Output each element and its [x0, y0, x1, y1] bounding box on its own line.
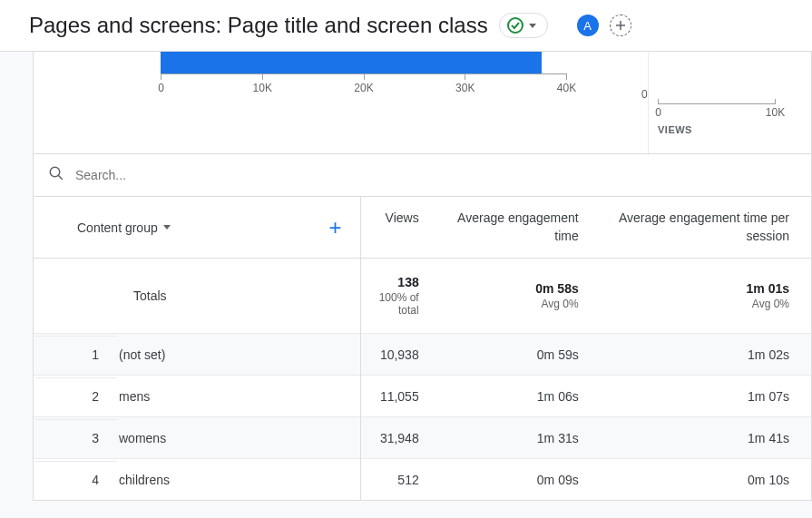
- row-value: 10,938: [360, 334, 441, 376]
- table-row[interactable]: 2mens 11,055 1m 06s 1m 07s: [34, 376, 811, 417]
- table-row[interactable]: 1(not set) 10,938 0m 59s 1m 02s: [34, 334, 811, 376]
- column-header[interactable]: Views: [360, 197, 441, 259]
- avatar[interactable]: A: [577, 15, 599, 36]
- totals-row: Totals 138100% of total 0m 58sAvg 0% 1m …: [34, 259, 811, 334]
- add-comparison-button[interactable]: [610, 15, 631, 36]
- dimension-label: Content group: [77, 220, 158, 235]
- chevron-down-icon: [529, 24, 536, 28]
- row-name: womens: [119, 419, 358, 456]
- status-dropdown[interactable]: [499, 13, 548, 38]
- search-input[interactable]: [75, 168, 257, 182]
- table-row[interactable]: 3womens 31,948 1m 31s 1m 41s: [34, 417, 811, 459]
- row-value: 31,948: [360, 417, 441, 459]
- side-x-axis: 0 10K: [658, 99, 776, 104]
- svg-line-1: [58, 175, 63, 180]
- main-chart: 0 10K 20K 30K 40K: [34, 52, 648, 153]
- column-header[interactable]: Average engagement time per session: [601, 197, 811, 259]
- row-value: 1m 02s: [601, 334, 811, 376]
- row-value: 1m 06s: [441, 376, 601, 417]
- bar: [161, 52, 542, 73]
- table-section: Content group + Views Average engagement…: [33, 153, 812, 501]
- row-value: 0m 59s: [441, 334, 601, 376]
- row-value: 0m 10s: [601, 459, 811, 501]
- totals-sub: 100% of total: [361, 291, 419, 317]
- axis-tick-label: 30K: [455, 82, 474, 94]
- row-value: 0m 09s: [441, 459, 601, 501]
- add-dimension-button[interactable]: +: [328, 215, 341, 240]
- totals-sub: Avg 0%: [441, 298, 579, 310]
- totals-value: 0m 58s: [441, 281, 579, 296]
- row-value: 11,055: [360, 376, 441, 417]
- row-index: 1: [35, 336, 117, 373]
- row-value: 1m 31s: [441, 417, 601, 459]
- table-row[interactable]: 4childrens 512 0m 09s 0m 10s: [34, 459, 811, 501]
- search-row: [34, 154, 811, 196]
- row-index: 4: [35, 461, 117, 498]
- axis-tick-label: 0: [158, 82, 164, 94]
- totals-value: 138: [361, 275, 419, 289]
- page-title: Pages and screens: Page title and screen…: [29, 13, 488, 38]
- row-name: mens: [119, 377, 358, 415]
- axis-tick-label: 10K: [766, 106, 785, 119]
- check-circle-icon: [507, 17, 523, 34]
- row-name: childrens: [119, 461, 358, 498]
- row-name: (not set): [119, 336, 358, 373]
- totals-sub: Avg 0%: [601, 298, 789, 310]
- chart-section: 0 10K 20K 30K 40K 0 0 10K VIEWS: [33, 52, 812, 153]
- data-table: Content group + Views Average engagement…: [34, 196, 811, 500]
- x-axis: 0 10K 20K 30K 40K: [161, 73, 567, 79]
- row-value: 512: [360, 459, 441, 501]
- row-value: 1m 07s: [601, 376, 811, 417]
- row-index: 3: [35, 419, 117, 456]
- row-value: 1m 41s: [601, 417, 811, 459]
- search-icon: [48, 165, 64, 185]
- side-chart: 0 0 10K VIEWS: [648, 52, 811, 153]
- axis-tick-label: 0: [655, 106, 661, 119]
- page-header: Pages and screens: Page title and screen…: [0, 0, 812, 52]
- chevron-down-icon: [163, 225, 171, 230]
- totals-value: 1m 01s: [601, 281, 789, 296]
- side-axis-title: VIEWS: [658, 124, 811, 135]
- axis-tick-label: 10K: [253, 82, 272, 94]
- svg-point-0: [50, 167, 60, 177]
- axis-tick-label: 20K: [354, 82, 373, 94]
- column-header[interactable]: Average engagement time: [441, 197, 601, 259]
- row-index: 2: [35, 377, 117, 415]
- axis-zero: 0: [641, 88, 648, 101]
- totals-label: Totals: [34, 259, 360, 334]
- axis-tick-label: 40K: [557, 82, 576, 94]
- table-header-row: Content group + Views Average engagement…: [34, 197, 811, 259]
- dimension-selector[interactable]: Content group: [77, 220, 171, 235]
